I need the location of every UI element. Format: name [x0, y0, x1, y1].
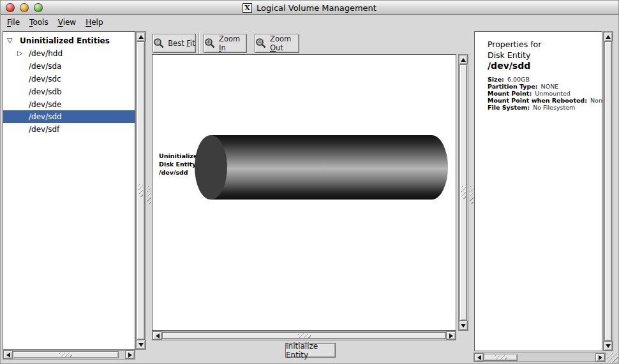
tree-row-dev-sdc[interactable]: /dev/sdc [3, 73, 135, 85]
x11-app-icon: X [242, 3, 252, 13]
left-triangle-icon [4, 353, 10, 358]
tree-item-label: /dev/sdc [29, 75, 61, 84]
tree-row-dev-sde[interactable]: /dev/sde [3, 98, 135, 111]
menu-view[interactable]: View [57, 17, 83, 28]
magnifier-icon [153, 38, 165, 49]
zoom-out-button[interactable]: Zoom Out [255, 34, 299, 53]
zoom-in-button[interactable]: Zoom In [204, 34, 247, 53]
tree-item-label: /dev/sdb [29, 87, 62, 96]
scroll-left-arrow[interactable] [153, 331, 162, 340]
property-mount-point: Mount Point:Unmounted [488, 90, 571, 97]
right-triangle-icon [599, 355, 605, 360]
property-size: Size:6.00GB [488, 76, 530, 83]
tree-row-dev-sdf[interactable]: /dev/sdf [3, 123, 135, 136]
tree-item-label: /dev/hdd [29, 49, 63, 58]
left-triangle-icon [475, 355, 481, 360]
thumb-grip [461, 186, 466, 199]
thumb-grip [59, 353, 72, 357]
tree-item-label: /dev/sde [29, 100, 61, 109]
right-triangle-icon [449, 333, 456, 339]
canvas-vertical-scrollbar[interactable] [458, 54, 468, 331]
pane-splitter-left[interactable] [147, 30, 152, 360]
menu-tools[interactable]: Tools [28, 17, 56, 28]
expander-open-icon[interactable]: ▽ [7, 38, 12, 44]
scroll-right-arrow[interactable] [125, 351, 135, 359]
down-triangle-icon [461, 324, 466, 330]
app-window: X Logical Volume Management File Tools V… [0, 0, 619, 364]
thumb-grip [298, 333, 311, 338]
properties-header-line: Disk Entity [488, 50, 530, 60]
magnifier-minus-icon [255, 38, 267, 49]
property-partition-type: Partition Type:NONE [488, 83, 558, 90]
tree-row-dev-hdd[interactable]: ▷ /dev/hdd [3, 47, 135, 60]
splitter-grip [147, 186, 151, 204]
menu-file[interactable]: File [6, 17, 27, 28]
titlebar[interactable]: X Logical Volume Management [1, 1, 618, 15]
menubar: File Tools View Help [1, 15, 618, 30]
up-triangle-icon [461, 55, 466, 62]
property-mount-point-rebooted: Mount Point when Rebooted:None [488, 97, 606, 104]
tree-row-dev-sdd[interactable]: /dev/sdd [3, 110, 135, 123]
tree-row-dev-sda[interactable]: /dev/sda [3, 60, 135, 73]
properties-panel: Properties for Disk Entity /dev/sdd Size… [474, 31, 602, 351]
tree-item-label: /dev/sda [29, 62, 61, 71]
properties-header-line: Properties for [488, 40, 541, 49]
scrollbar-thumb[interactable] [459, 64, 467, 321]
scroll-right-arrow[interactable] [446, 331, 456, 340]
scroll-down-arrow[interactable] [459, 321, 468, 330]
scrollbar-thumb[interactable] [604, 41, 612, 341]
scrollbar-thumb[interactable] [13, 351, 119, 358]
title-group: X Logical Volume Management [1, 1, 618, 15]
scroll-down-arrow[interactable] [604, 341, 613, 351]
tree-item-label: /dev/sdd [29, 112, 62, 121]
properties-entity-name: /dev/sdd [488, 61, 530, 71]
cylinder-end-cap [195, 135, 227, 200]
cylinder-body [211, 135, 448, 200]
thumb-grip [495, 355, 507, 360]
tree-item-label: /dev/sdf [29, 125, 59, 134]
window-resize-grip[interactable] [607, 353, 618, 363]
tree-row-root[interactable]: ▽ Uninitialized Entities [3, 34, 135, 47]
property-file-system: File System:No Filesystem [488, 104, 575, 111]
scrollbar-thumb[interactable] [137, 41, 145, 340]
down-triangle-icon [606, 344, 611, 351]
scroll-up-arrow[interactable] [459, 55, 468, 64]
scroll-up-arrow[interactable] [604, 32, 613, 41]
sidebar-vertical-scrollbar[interactable] [135, 31, 146, 350]
initialize-entity-button[interactable]: Initialize Entity [285, 343, 336, 358]
right-triangle-icon [128, 353, 135, 358]
scroll-left-arrow[interactable] [474, 353, 484, 361]
scroll-up-arrow[interactable] [136, 32, 145, 41]
toolbar-separator [198, 33, 200, 54]
left-triangle-icon [153, 333, 160, 339]
window-title: Logical Volume Management [257, 3, 377, 13]
down-triangle-icon [138, 343, 144, 349]
volume-canvas[interactable]: Uninitialized Disk Entity /dev/sdd [152, 54, 456, 331]
scrollbar-thumb[interactable] [162, 332, 446, 339]
thumb-grip [138, 184, 143, 197]
scroll-left-arrow[interactable] [3, 351, 13, 359]
pane-splitter-right[interactable] [469, 30, 474, 360]
menu-help[interactable]: Help [84, 17, 110, 28]
expander-closed-icon[interactable]: ▷ [17, 50, 22, 57]
properties-horizontal-scrollbar[interactable] [474, 353, 606, 362]
sidebar-horizontal-scrollbar[interactable] [3, 350, 135, 360]
scrollbar-thumb[interactable] [484, 354, 518, 361]
up-triangle-icon [606, 33, 611, 39]
tree-row-dev-sdb[interactable]: /dev/sdb [3, 85, 135, 98]
properties-vertical-scrollbar[interactable] [603, 31, 613, 351]
canvas-horizontal-scrollbar[interactable] [152, 331, 456, 340]
best-fit-button[interactable]: Best Fit [153, 34, 196, 53]
magnifier-plus-icon [204, 38, 216, 49]
scroll-down-arrow[interactable] [136, 340, 145, 349]
scroll-right-arrow[interactable] [595, 353, 605, 361]
splitter-grip [470, 186, 474, 204]
tree-root-label: Uninitialized Entities [20, 36, 110, 45]
entity-tree: ▽ Uninitialized Entities ▷ /dev/hdd /dev… [3, 31, 135, 350]
up-triangle-icon [138, 33, 144, 39]
